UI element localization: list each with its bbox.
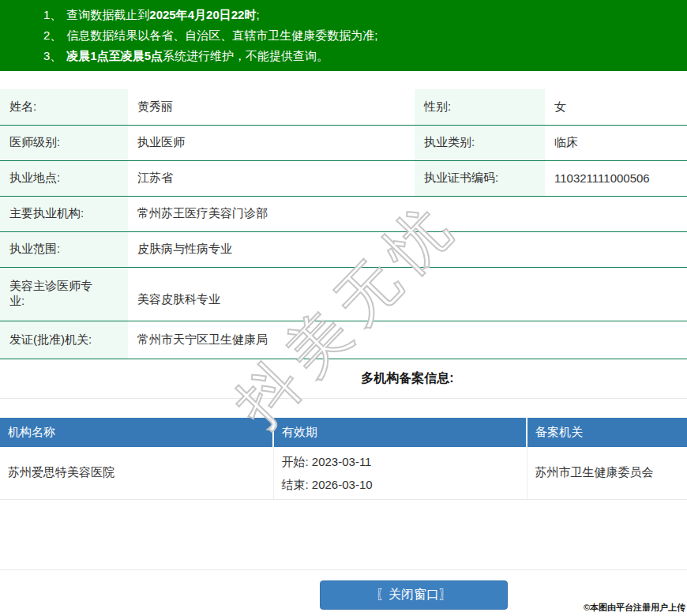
practitioner-info-table: 姓名: 黄秀丽 性别: 女 医师级别: 执业医师 执业类别: 临床 执业地点: … (0, 89, 687, 359)
column-header-authority: 备案机关 (527, 418, 687, 447)
notice-line-2: 2、信息数据结果以各省、自治区、直辖市卫生健康委数据为准; (43, 25, 679, 46)
notice-text: 查询数据截止到 (66, 8, 149, 21)
notice-text: ; (256, 8, 259, 21)
table-row: 苏州爱思特美容医院 开始: 2023-03-11 结束: 2026-03-10 … (0, 447, 687, 500)
notice-text: 信息数据结果以各省、自治区、直辖市卫生健康委数据为准; (66, 28, 377, 42)
multi-institution-table: 机构名称 有效期 备案机关 苏州爱思特美容医院 开始: 2023-03-11 结… (0, 418, 687, 501)
validity-end: 结束: 2026-03-10 (282, 473, 527, 496)
practice-category-label: 执业类别: (415, 125, 545, 160)
table-row: 执业地点: 江苏省 执业证书编码: 110321111000506 (0, 160, 687, 196)
notice-line-3: 3、凌晨1点至凌晨5点系统进行维护，不能提供查询。 (43, 46, 679, 66)
notice-text: 系统进行维护，不能提供查询。 (163, 49, 328, 62)
main-institution-value: 常州苏王医疗美容门诊部 (128, 196, 687, 231)
certificate-number-value: 110321111000506 (545, 160, 687, 196)
validity-period: 开始: 2023-03-11 结束: 2026-03-10 (273, 447, 527, 500)
spacer (0, 71, 687, 89)
table-header-row: 机构名称 有效期 备案机关 (0, 418, 687, 447)
multi-institution-heading: 多机构备案信息: (0, 359, 687, 399)
gender-value: 女 (545, 89, 687, 125)
name-label: 姓名: (0, 89, 128, 125)
certificate-number-label: 执业证书编码: (415, 160, 545, 196)
doctor-level-label: 医师级别: (0, 125, 128, 160)
close-window-button[interactable]: 〖关闭窗口〗 (320, 580, 508, 610)
cosmetic-specialty-value: 美容皮肤科专业 (128, 267, 687, 321)
license-query-result-page: 1、查询数据截止到2025年4月20日22时; 2、信息数据结果以各省、自治区、… (0, 0, 687, 616)
cosmetic-specialty-label: 美容主诊医师专业: (0, 267, 128, 321)
filing-authority: 苏州市卫生健康委员会 (527, 447, 687, 500)
notice-text-bold: 凌晨1点至凌晨5点 (66, 49, 163, 62)
table-row: 姓名: 黄秀丽 性别: 女 (0, 89, 687, 125)
practice-location-value: 江苏省 (128, 160, 415, 196)
practice-category-value: 临床 (545, 125, 687, 160)
issuing-authority-label: 发证(批准)机关: (0, 321, 128, 359)
main-institution-label: 主要执业机构: (0, 196, 128, 231)
institution-name: 苏州爱思特美容医院 (0, 447, 273, 500)
practice-scope-value: 皮肤病与性病专业 (128, 231, 687, 267)
doctor-level-value: 执业医师 (128, 125, 415, 160)
notice-number: 2、 (43, 28, 62, 42)
notice-text-bold: 2025年4月20日22时 (149, 8, 256, 21)
notice-banner: 1、查询数据截止到2025年4月20日22时; 2、信息数据结果以各省、自治区、… (0, 0, 687, 71)
spacer (0, 399, 687, 418)
name-value: 黄秀丽 (128, 89, 415, 125)
table-row: 发证(批准)机关: 常州市天宁区卫生健康局 (0, 321, 687, 359)
practice-location-label: 执业地点: (0, 160, 128, 196)
notice-number: 3、 (43, 49, 62, 62)
copyright-watermark-text: ©本图由平台注册用户上传 (584, 602, 685, 614)
notice-line-1: 1、查询数据截止到2025年4月20日22时; (43, 5, 679, 25)
column-header-institution: 机构名称 (0, 418, 273, 447)
table-row: 主要执业机构: 常州苏王医疗美容门诊部 (0, 196, 687, 231)
notice-number: 1、 (43, 8, 62, 21)
issuing-authority-value: 常州市天宁区卫生健康局 (128, 321, 687, 359)
table-row: 医师级别: 执业医师 执业类别: 临床 (0, 125, 687, 160)
gender-label: 性别: (415, 89, 545, 125)
table-row: 执业范围: 皮肤病与性病专业 (0, 231, 687, 267)
column-header-validity: 有效期 (273, 418, 527, 447)
practice-scope-label: 执业范围: (0, 231, 128, 267)
validity-start: 开始: 2023-03-11 (282, 450, 527, 473)
table-row: 美容主诊医师专业: 美容皮肤科专业 (0, 267, 687, 321)
spacer (0, 500, 687, 570)
